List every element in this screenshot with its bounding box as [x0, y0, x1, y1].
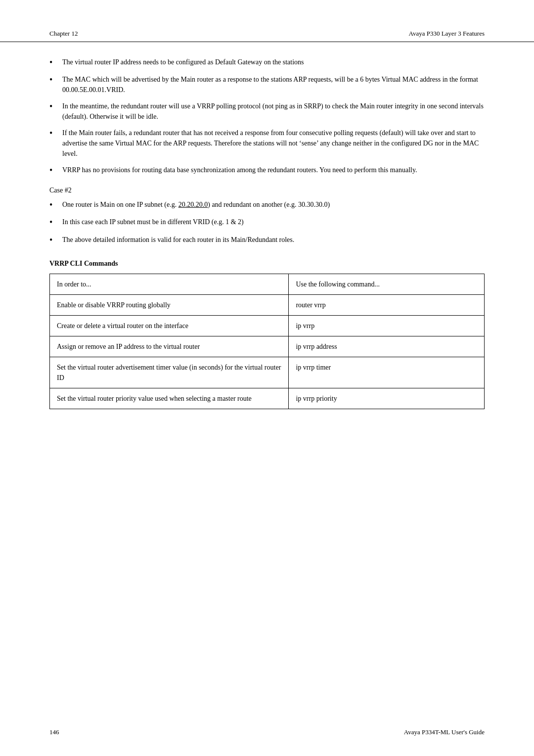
case2-bullet-list: • One router is Main on one IP subnet (e…: [49, 199, 485, 246]
page-number: 146: [49, 728, 59, 736]
vrrp-section-heading: VRRP CLI Commands: [49, 260, 485, 268]
bullet-text: The virtual router IP address needs to b…: [62, 57, 485, 67]
main-bullet-list: • The virtual router IP address needs to…: [49, 57, 485, 177]
table-header-col1: In order to...: [50, 274, 289, 294]
header-title: Avaya P330 Layer 3 Features: [408, 30, 485, 38]
bullet-text: In this case each IP subnet must be in d…: [62, 217, 485, 227]
table-row: Enable or disable VRRP routing globally …: [50, 294, 485, 315]
table-header-col2: Use the following command...: [289, 274, 485, 294]
table-cell-description: Create or delete a virtual router on the…: [50, 315, 289, 336]
bullet-text: VRRP has no provisions for routing data …: [62, 165, 485, 175]
list-item: • In this case each IP subnet must be in…: [49, 217, 485, 228]
table-row: Set the virtual router priority value us…: [50, 388, 485, 409]
list-item: • If the Main router fails, a redundant …: [49, 128, 485, 159]
table-row: Create or delete a virtual router on the…: [50, 315, 485, 336]
vrrp-commands-table: In order to... Use the following command…: [49, 274, 485, 409]
main-content: • The virtual router IP address needs to…: [0, 42, 534, 439]
page-footer: 146 Avaya P334T-ML User's Guide: [0, 728, 534, 736]
table-cell-command: ip vrrp priority: [289, 388, 485, 409]
list-item: • The virtual router IP address needs to…: [49, 57, 485, 68]
table-cell-command: ip vrrp address: [289, 336, 485, 357]
bullet-icon: •: [49, 57, 59, 68]
table-cell-description: Enable or disable VRRP routing globally: [50, 294, 289, 315]
subnet-underline: 20.20.20.0: [178, 201, 208, 208]
bullet-icon: •: [49, 101, 59, 112]
bullet-icon: •: [49, 217, 59, 228]
page-header: Chapter 12 Avaya P330 Layer 3 Features: [0, 0, 534, 42]
table-cell-description: Assign or remove an IP address to the vi…: [50, 336, 289, 357]
bullet-text: The above detailed information is valid …: [62, 235, 485, 245]
table-header-row: In order to... Use the following command…: [50, 274, 485, 294]
bullet-icon: •: [49, 199, 59, 211]
case2-heading: Case #2: [49, 187, 485, 194]
bullet-icon: •: [49, 235, 59, 246]
bullet-text: The MAC which will be advertised by the …: [62, 74, 485, 95]
list-item: • The MAC which will be advertised by th…: [49, 74, 485, 95]
table-cell-command: router vrrp: [289, 294, 485, 315]
table-cell-description: Set the virtual router advertisement tim…: [50, 357, 289, 388]
page: Chapter 12 Avaya P330 Layer 3 Features •…: [0, 0, 534, 756]
table-row: Assign or remove an IP address to the vi…: [50, 336, 485, 357]
guide-title: Avaya P334T-ML User's Guide: [404, 728, 485, 736]
chapter-label: Chapter 12: [49, 30, 78, 38]
bullet-text: One router is Main on one IP subnet (e.g…: [62, 199, 485, 210]
table-cell-command: ip vrrp: [289, 315, 485, 336]
list-item: • The above detailed information is vali…: [49, 235, 485, 246]
table-row: Set the virtual router advertisement tim…: [50, 357, 485, 388]
bullet-icon: •: [49, 165, 59, 176]
table-cell-description: Set the virtual router priority value us…: [50, 388, 289, 409]
list-item: • One router is Main on one IP subnet (e…: [49, 199, 485, 211]
table-cell-command: ip vrrp timer: [289, 357, 485, 388]
bullet-icon: •: [49, 74, 59, 86]
bullet-text: If the Main router fails, a redundant ro…: [62, 128, 485, 159]
bullet-text: In the meantime, the redundant router wi…: [62, 101, 485, 122]
bullet-icon: •: [49, 128, 59, 139]
list-item: • In the meantime, the redundant router …: [49, 101, 485, 122]
list-item: • VRRP has no provisions for routing dat…: [49, 165, 485, 176]
